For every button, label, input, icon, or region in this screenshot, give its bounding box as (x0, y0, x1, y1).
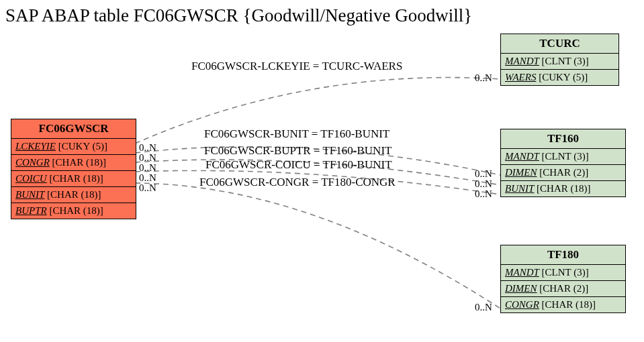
cardinality: 0..N (475, 72, 492, 84)
entity-tcurc-field: MANDT [CLNT (3)] (501, 54, 618, 69)
entity-fc06gwscr-field: CONGR [CHAR (18)] (11, 154, 136, 170)
entity-fc06gwscr: FC06GWSCR LCKEYIE [CUKY (5)] CONGR [CHAR… (11, 119, 136, 219)
edge-label: FC06GWSCR-LCKEYIE = TCURC-WAERS (191, 60, 402, 73)
entity-fc06gwscr-field: LCKEYIE [CUKY (5)] (11, 139, 136, 154)
entity-tf160: TF160 MANDT [CLNT (3)] DIMEN [CHAR (2)] … (500, 129, 626, 197)
entity-fc06gwscr-field: BUNIT [CHAR (18)] (11, 186, 136, 203)
cardinality: 0..N (139, 182, 156, 194)
entity-tcurc-field: WAERS [CUKY (5)] (501, 69, 618, 85)
entity-tf180-header: TF180 (501, 245, 625, 265)
edge-label: FC06GWSCR-BUPTR = TF160-BUNIT (204, 144, 392, 158)
entity-fc06gwscr-field: BUPTR [CHAR (18)] (11, 203, 136, 219)
entity-tcurc-header: TCURC (501, 34, 618, 54)
entity-tf160-field: BUNIT [CHAR (18)] (501, 180, 625, 196)
entity-tf160-field: DIMEN [CHAR (2)] (501, 164, 625, 180)
entity-tf180-field: DIMEN [CHAR (2)] (501, 280, 625, 296)
entity-fc06gwscr-header: FC06GWSCR (11, 119, 136, 139)
entity-tf180-field: CONGR [CHAR (18)] (501, 296, 625, 312)
entity-tf180: TF180 MANDT [CLNT (3)] DIMEN [CHAR (2)] … (500, 245, 626, 313)
entity-tf180-field: MANDT [CLNT (3)] (501, 265, 625, 280)
entity-tf160-field: MANDT [CLNT (3)] (501, 149, 625, 164)
entity-tcurc: TCURC MANDT [CLNT (3)] WAERS [CUKY (5)] (500, 34, 619, 86)
cardinality: 0..N (475, 302, 492, 313)
cardinality: 0..N (475, 188, 492, 200)
page-title: SAP ABAP table FC06GWSCR {Goodwill/Negat… (5, 5, 472, 26)
entity-fc06gwscr-field: COICU [CHAR (18)] (11, 170, 136, 186)
edge-label: FC06GWSCR-COICU = TF160-BUNIT (205, 158, 392, 172)
edge-label: FC06GWSCR-CONGR = TF180-CONGR (199, 176, 396, 189)
edge-label: FC06GWSCR-BUNIT = TF160-BUNIT (204, 127, 389, 141)
entity-tf160-header: TF160 (501, 129, 625, 149)
